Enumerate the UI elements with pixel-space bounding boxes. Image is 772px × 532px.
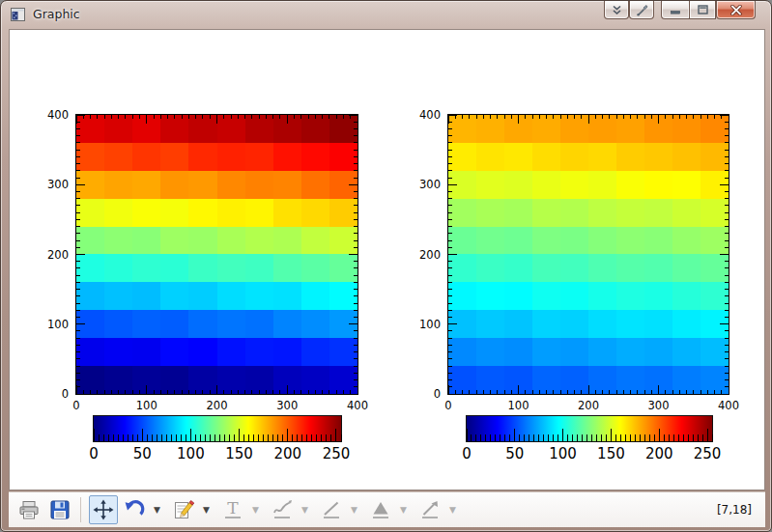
colorbar-tick	[688, 434, 689, 441]
x-axis-tick	[504, 115, 505, 119]
y-axis-tick	[76, 219, 80, 220]
heatmap-cell	[532, 227, 560, 255]
x-axis-tick	[532, 390, 533, 394]
x-axis-tick	[707, 115, 708, 119]
maximize-button[interactable]	[689, 1, 716, 19]
heatmap-cell	[616, 143, 644, 171]
colorbar-tick	[572, 434, 573, 441]
heatmap-cell	[616, 310, 644, 338]
colorbar-tick	[186, 434, 186, 441]
heatmap-cell	[504, 310, 532, 338]
y-axis-tick	[448, 275, 452, 276]
y-axis-tick	[354, 338, 357, 339]
x-axis-tick	[111, 115, 112, 119]
y-axis-tick	[448, 170, 452, 171]
undo-button[interactable]	[120, 495, 149, 524]
left-heatmap-plot: 01002003004000100200300400	[75, 114, 358, 395]
heatmap-cells	[448, 115, 729, 394]
x-axis-tick	[266, 115, 267, 119]
heatmap-cell	[245, 199, 273, 227]
y-axis-tick	[354, 128, 357, 129]
y-axis-tick	[76, 150, 80, 151]
minimize-button[interactable]	[661, 1, 689, 19]
x-axis-tick	[532, 115, 533, 119]
y-axis-tick	[448, 303, 452, 304]
x-axis-tick	[602, 390, 603, 394]
colorbar-tick	[538, 434, 539, 441]
text-tool-button[interactable]: T	[218, 495, 247, 524]
colorbar-tick	[533, 434, 534, 441]
y-axis-tick	[354, 226, 357, 227]
y-axis-tick	[720, 254, 729, 255]
pan-button[interactable]	[89, 495, 118, 524]
freehand-dropdown[interactable]: ▼	[299, 495, 311, 524]
print-icon	[17, 498, 41, 521]
y-axis-tick-label: 200	[419, 248, 441, 262]
y-axis-tick	[725, 163, 729, 164]
heatmap-cell	[476, 282, 504, 310]
colorbar-tick	[519, 434, 520, 441]
x-axis-tick	[511, 390, 512, 394]
x-axis-tick	[118, 390, 119, 394]
y-axis-tick	[354, 122, 357, 123]
y-axis-tick	[448, 212, 452, 213]
undo-dropdown[interactable]: ▼	[151, 495, 163, 524]
minimize-icon	[671, 6, 680, 14]
title-bar[interactable]: Graphic	[1, 1, 771, 29]
colorbar-tick	[214, 434, 215, 441]
x-axis-tick	[595, 390, 596, 394]
heatmap-cell	[644, 282, 672, 310]
y-axis-tick	[354, 289, 357, 290]
x-axis-tick	[665, 115, 666, 119]
save-button[interactable]	[45, 495, 74, 524]
x-axis-tick	[111, 390, 112, 394]
x-axis-tick	[322, 115, 323, 119]
freehand-tool-button[interactable]	[268, 495, 297, 524]
arrow-dropdown[interactable]: ▼	[446, 495, 459, 524]
annotate-mode-button[interactable]	[629, 1, 654, 19]
heatmap-cell	[160, 282, 188, 310]
x-axis-tick-label: 0	[444, 399, 451, 412]
x-axis-tick	[146, 385, 147, 394]
colorbar-tick	[620, 434, 621, 441]
bottom-toolbar: ▼ ▼ T ▼ ▼	[9, 491, 765, 527]
heatmap-cell	[476, 338, 504, 366]
arrow-tool-button[interactable]	[415, 495, 444, 524]
line-tool-button[interactable]	[317, 495, 346, 524]
x-axis-tick	[616, 390, 617, 394]
y-axis-tick	[76, 310, 80, 311]
heatmap-cell	[301, 282, 329, 310]
heatmap-cell	[448, 199, 476, 227]
y-axis-tick	[448, 386, 452, 387]
y-axis-tick	[725, 122, 729, 123]
polygon-tool-button[interactable]	[366, 495, 395, 524]
print-button[interactable]	[14, 495, 43, 524]
edit-annotation-button[interactable]	[169, 495, 198, 524]
polygon-dropdown[interactable]: ▼	[397, 495, 410, 524]
heatmap-cell	[160, 171, 188, 199]
line-dropdown[interactable]: ▼	[348, 495, 360, 524]
edit-dropdown[interactable]: ▼	[200, 495, 213, 524]
y-axis-tick	[354, 295, 357, 296]
text-dropdown[interactable]: ▼	[249, 495, 262, 524]
x-axis-tick	[315, 115, 316, 119]
y-axis-tick	[76, 122, 80, 123]
close-button[interactable]	[716, 1, 756, 19]
heatmap-cell	[560, 171, 588, 199]
graphic-canvas[interactable]: 01002003004000100200300400 0501001502002…	[9, 29, 765, 490]
y-axis-tick	[354, 219, 357, 220]
x-axis-tick	[160, 115, 161, 119]
brush-icon	[636, 4, 648, 16]
heatmap-cell	[644, 143, 672, 171]
heatmap-cell	[104, 115, 132, 143]
x-axis-tick	[672, 390, 673, 394]
y-axis-tick	[725, 282, 729, 283]
colorbar-tick	[543, 434, 544, 441]
x-axis-tick	[721, 115, 722, 119]
collapse-toolbar-button[interactable]	[604, 1, 629, 19]
x-axis-tick	[132, 115, 133, 119]
heatmap-cell	[245, 143, 273, 171]
y-axis-tick	[725, 212, 729, 213]
heatmap-cell	[560, 282, 588, 310]
colorbar-tick	[500, 434, 500, 441]
